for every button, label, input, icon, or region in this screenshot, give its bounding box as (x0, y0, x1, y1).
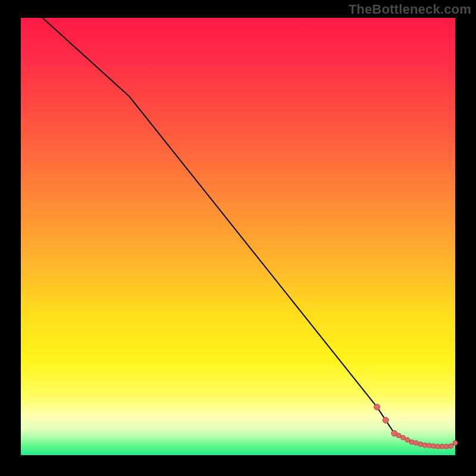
marker-dot (444, 444, 449, 449)
highlight-markers (374, 404, 458, 449)
marker-dot (418, 442, 423, 447)
marker-dot (431, 444, 436, 449)
marker-dot (383, 417, 389, 423)
marker-dot (396, 433, 401, 438)
marker-dot (374, 404, 380, 410)
marker-dot (453, 440, 458, 445)
marker-dot (449, 444, 453, 449)
bottleneck-curve (43, 18, 456, 446)
marker-dot (422, 443, 427, 447)
marker-dot (405, 437, 410, 442)
plot-area (21, 18, 455, 455)
watermark-text: TheBottleneck.com (349, 2, 471, 17)
chart-svg (21, 18, 455, 455)
marker-dot (414, 440, 418, 445)
marker-dot (427, 443, 431, 448)
marker-dot (409, 440, 414, 444)
marker-dot (400, 436, 405, 440)
marker-dot (440, 444, 444, 449)
chart-frame: TheBottleneck.com (0, 0, 476, 476)
